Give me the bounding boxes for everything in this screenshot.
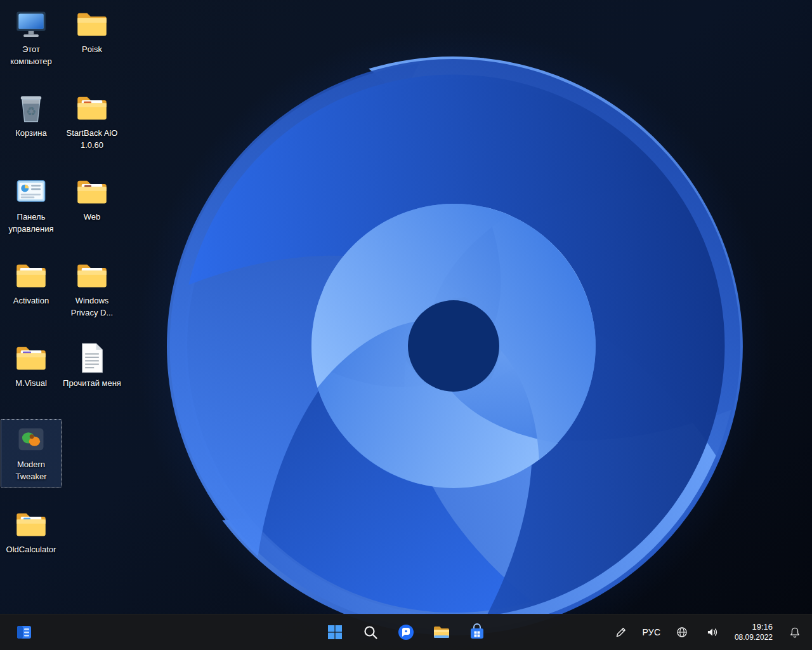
desktop-icon-label: StartBack AiO 1.0.60 [63,128,121,152]
folder-icon [75,91,109,125]
desktop-icon-windows-privacy[interactable]: Windows Privacy D... [62,255,122,324]
desktop-icon-readme[interactable]: Прочитай меня [62,338,122,394]
folder-icon [14,258,48,293]
desktop-icon-oldcalculator[interactable]: OldCalculator [1,504,62,560]
notification-bell-icon [789,626,801,639]
desktop-icon-web[interactable]: Web [62,171,122,228]
text-document-icon [75,341,109,375]
desktop-icon-poisk[interactable]: Poisk [62,4,122,60]
desktop-icon-control-panel[interactable]: Панель управления [1,171,62,240]
control-panel-icon [14,175,48,209]
volume-tray-button[interactable] [699,620,726,645]
microsoft-store-icon [468,623,486,641]
desktop-icon-startback-aio[interactable]: StartBack AiO 1.0.60 [62,88,122,156]
computer-monitor-icon [14,7,48,41]
desktop-icon-label: Poisk [82,44,102,56]
desktop-icon-label: Прочитай меня [63,378,121,390]
date-text: 08.09.2022 [735,633,773,643]
windows-logo-icon [327,624,343,640]
pen-tray-button[interactable] [608,620,634,645]
pen-icon [615,626,627,639]
folder-icon [75,175,109,209]
desktop-icon-label: Windows Privacy D... [63,295,121,319]
tweaker-app-icon [14,422,48,456]
svg-text:♻: ♻ [26,105,37,118]
speaker-icon [706,626,719,639]
desktop-icon-modern-tweaker[interactable]: Modern Tweaker [1,419,62,488]
file-explorer-icon [433,623,450,641]
desktop-icon-label: Этот компьютер [2,44,60,68]
folder-icon [14,507,48,541]
desktop-icon-recycle-bin[interactable]: ♻ Корзина [1,88,62,144]
desktop-icon-label: Панель управления [2,211,60,235]
folder-icon [75,7,109,41]
clock[interactable]: 19:16 08.09.2022 [730,622,778,642]
desktop-icon-label: Activation [13,295,49,307]
search-button[interactable] [358,620,383,645]
chat-button[interactable] [393,620,419,645]
desktop-icon-label: OldCalculator [6,544,56,556]
desktop-icon-activation[interactable]: Activation [1,255,62,312]
folder-icon [14,341,48,375]
folder-icon [75,258,109,293]
desktop-icon-label: M.Visual [15,378,47,390]
desktop-icon-label: Корзина [15,128,47,140]
language-indicator[interactable]: РУС [638,620,665,645]
start-button[interactable] [322,620,348,645]
store-button[interactable] [464,620,490,645]
globe-icon [676,626,688,639]
search-icon [362,624,379,640]
desktop-icon-label: Web [84,211,101,223]
notification-center-button[interactable] [782,620,808,645]
desktop-icon-m-visual[interactable]: M.Visual [1,338,62,394]
time-text: 19:16 [752,622,773,633]
taskbar: РУС 19:16 08.09.2022 [0,614,812,650]
chat-bubble-icon [397,623,415,641]
recycle-bin-icon: ♻ [14,91,48,125]
network-tray-button[interactable] [669,620,695,645]
desktop[interactable]: Этот компьютер ♻ Корзина [0,0,812,650]
explorer-button[interactable] [429,620,454,645]
desktop-icon-this-pc[interactable]: Этот компьютер [1,4,62,72]
desktop-icon-label: Modern Tweaker [2,459,60,483]
